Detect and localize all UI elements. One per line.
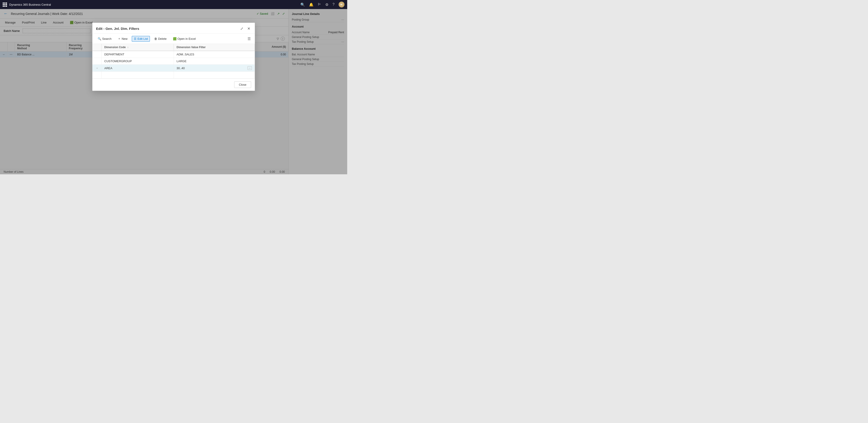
modal-delete-button[interactable]: 🗑 Delete	[152, 36, 168, 41]
empty-dim-code[interactable]	[101, 72, 174, 79]
modal-title: Edit - Gen. Jnl. Dim. Filters	[96, 27, 239, 31]
modal-header-icons: ⤢ ✕	[239, 26, 251, 31]
empty-dim-input[interactable]	[104, 73, 171, 77]
row3-value-input[interactable]	[177, 66, 247, 70]
modal-new-button[interactable]: ＋ New	[116, 35, 129, 42]
modal-delete-icon: 🗑	[154, 37, 157, 40]
bell-icon[interactable]: 🔔	[309, 2, 313, 7]
row1-value-input[interactable]	[177, 53, 252, 56]
avatar[interactable]: IK	[339, 2, 344, 7]
modal-header: Edit - Gen. Jnl. Dim. Filters ⤢ ✕	[92, 23, 255, 34]
modal-edit-list-icon: ☰	[134, 37, 136, 40]
modal-search-icon: 🔍	[98, 37, 101, 40]
modal-settings-button[interactable]: ☰	[247, 36, 252, 41]
modal-new-icon: ＋	[118, 37, 121, 41]
empty-value-filter	[174, 72, 255, 79]
search-icon[interactable]: 🔍	[301, 2, 305, 7]
app-title: Dynamics 365 Business Central	[9, 3, 298, 6]
modal-search-button[interactable]: 🔍 Search	[96, 36, 114, 41]
row3-ellipsis-button[interactable]: ···	[248, 66, 252, 70]
modal-close-footer-button[interactable]: Close	[234, 81, 251, 88]
col-dimension-code-header: Dimension Code ↑	[101, 44, 174, 51]
row2-indicator-cell	[92, 58, 101, 65]
col-dimension-value-filter-header: Dimension Value Filter	[174, 44, 255, 51]
row1-indicator-cell	[92, 51, 101, 58]
help-icon[interactable]: ?	[333, 2, 335, 6]
row3-value-filter[interactable]: ···	[174, 65, 255, 72]
table-row[interactable]: DEPARTMENT	[92, 51, 255, 58]
gear-icon[interactable]: ⚙	[325, 2, 329, 7]
modal-edit-list-button[interactable]: ☰ Edit List	[132, 36, 150, 41]
table-row-empty	[92, 72, 255, 79]
empty-indicator	[92, 72, 101, 79]
dimension-filters-table: Dimension Code ↑ Dimension Value Filter	[92, 44, 255, 79]
row1-value-filter[interactable]	[174, 51, 255, 58]
topbar: Dynamics 365 Business Central 🔍 🔔 🏳 ⚙ ? …	[0, 0, 347, 9]
row2-dimension-code[interactable]: CUSTOMERGROUP	[101, 58, 174, 65]
table-row[interactable]: → AREA ···	[92, 65, 255, 72]
bookmark-icon[interactable]: 🏳	[318, 2, 321, 6]
modal-toolbar-right: ☰	[247, 36, 252, 41]
modal-open-in-excel-button[interactable]: 🟩 Open in Excel	[171, 36, 198, 41]
sort-asc-icon: ↑	[127, 46, 129, 49]
row3-dimension-code[interactable]: AREA	[101, 65, 174, 72]
row1-dimension-code[interactable]: DEPARTMENT	[101, 51, 174, 58]
modal-expand-button[interactable]: ⤢	[239, 26, 244, 31]
modal-excel-icon: 🟩	[173, 37, 177, 40]
app-menu-icon[interactable]	[3, 2, 7, 7]
table-row[interactable]: CUSTOMERGROUP	[92, 58, 255, 65]
modal-close-button[interactable]: ✕	[246, 26, 251, 31]
topbar-icon-group: 🔍 🔔 🏳 ⚙ ? IK	[301, 2, 344, 7]
modal-dialog: Edit - Gen. Jnl. Dim. Filters ⤢ ✕ 🔍 Sear…	[92, 23, 255, 91]
modal-body: Dimension Code ↑ Dimension Value Filter	[92, 44, 255, 79]
row3-indicator-cell: →	[92, 65, 101, 72]
col-indicator-header	[92, 44, 101, 51]
modal-footer: Close	[92, 79, 255, 91]
modal-toolbar: 🔍 Search ＋ New ☰ Edit List 🗑 Delete 🟩	[92, 34, 255, 44]
row2-value-filter[interactable]	[174, 58, 255, 65]
row2-value-input[interactable]	[177, 59, 252, 63]
main-area: ← Recurring General Journals | Work Date…	[0, 9, 347, 174]
modal-overlay: Edit - Gen. Jnl. Dim. Filters ⤢ ✕ 🔍 Sear…	[0, 9, 347, 174]
